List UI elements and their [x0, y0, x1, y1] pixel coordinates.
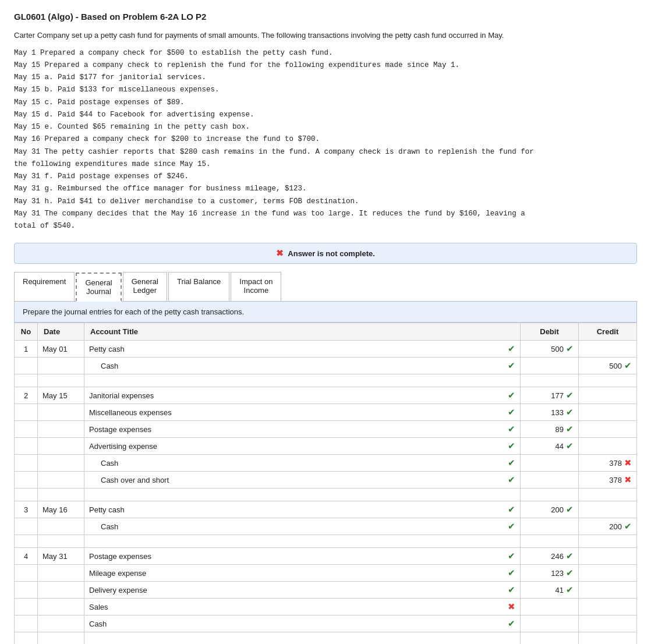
entry-debit[interactable]	[521, 599, 579, 615]
entry-credit[interactable]: 500✔	[579, 358, 637, 374]
entry-account[interactable]: Sales✖	[84, 599, 521, 615]
table-row: Miscellaneous expenses✔133✔	[15, 404, 637, 421]
col-credit: Credit	[579, 323, 637, 341]
intro-text: Carter Company set up a petty cash fund …	[14, 30, 637, 41]
tabs-row: Requirement GeneralJournal GeneralLedger…	[14, 272, 637, 302]
table-row: Cash✔200✔	[15, 518, 637, 535]
tab-general-ledger[interactable]: GeneralLedger	[123, 272, 167, 301]
entry-account[interactable]: Cash✔	[84, 455, 521, 472]
banner-icon: ✖	[276, 248, 284, 258]
entry-credit[interactable]	[579, 404, 637, 421]
entry-credit[interactable]: 378✖	[579, 472, 637, 489]
col-account: Account Title	[84, 323, 521, 341]
table-row: 4May 31Postage expenses✔246✔	[15, 548, 637, 565]
entry-account[interactable]: Miscellaneous expenses✔	[84, 404, 521, 421]
entry-account[interactable]: Postage expenses✔	[84, 421, 521, 438]
table-row: Postage expenses✔89✔	[15, 421, 637, 438]
entry-no	[15, 438, 38, 455]
tab-requirement[interactable]: Requirement	[14, 272, 75, 301]
entry-no	[15, 404, 38, 421]
entry-date: May 16	[38, 501, 84, 518]
col-no: No	[15, 323, 38, 341]
entry-no: 3	[15, 501, 38, 518]
entry-account[interactable]: Delivery expense✔	[84, 582, 521, 599]
entry-account[interactable]: Cash✔	[84, 518, 521, 535]
entry-debit[interactable]	[521, 358, 579, 374]
entry-date	[38, 518, 84, 535]
entry-credit[interactable]	[579, 438, 637, 455]
entry-no	[15, 615, 38, 632]
spacer-row	[15, 374, 637, 387]
entry-account[interactable]: Postage expenses✔	[84, 548, 521, 565]
entry-debit[interactable]	[521, 455, 579, 472]
entry-no	[15, 421, 38, 438]
entry-date	[38, 404, 84, 421]
entry-credit[interactable]	[579, 565, 637, 582]
entry-debit[interactable]: 200✔	[521, 501, 579, 518]
entry-credit[interactable]	[579, 615, 637, 632]
table-row: 2May 15Janitorial expenses✔177✔	[15, 387, 637, 404]
entry-debit[interactable]: 44✔	[521, 438, 579, 455]
entry-account[interactable]: Janitorial expenses✔	[84, 387, 521, 404]
entry-no	[15, 472, 38, 489]
entry-debit[interactable]: 89✔	[521, 421, 579, 438]
col-debit: Debit	[521, 323, 579, 341]
entry-credit[interactable]	[579, 387, 637, 404]
table-row: Mileage expense✔123✔	[15, 565, 637, 582]
entry-no	[15, 518, 38, 535]
entry-account[interactable]: Cash✔	[84, 358, 521, 374]
entry-debit[interactable]	[521, 518, 579, 535]
entry-date	[38, 599, 84, 615]
entry-debit[interactable]: 500✔	[521, 341, 579, 358]
entry-account[interactable]: Mileage expense✔	[84, 565, 521, 582]
table-row: 3May 16Petty cash✔200✔	[15, 501, 637, 518]
entry-credit[interactable]: 200✔	[579, 518, 637, 535]
entry-debit[interactable]: 123✔	[521, 565, 579, 582]
entry-date	[38, 582, 84, 599]
entry-credit[interactable]	[579, 341, 637, 358]
banner-text: Answer is not complete.	[288, 249, 375, 258]
table-row: Delivery expense✔41✔	[15, 582, 637, 599]
transactions-block: May 1 Prepared a company check for $500 …	[14, 47, 637, 233]
entry-account[interactable]: Petty cash✔	[84, 501, 521, 518]
entry-date	[38, 438, 84, 455]
entry-no: 2	[15, 387, 38, 404]
entry-no	[15, 565, 38, 582]
entry-credit[interactable]	[579, 501, 637, 518]
entry-debit[interactable]: 133✔	[521, 404, 579, 421]
entry-date	[38, 358, 84, 374]
entry-no: 4	[15, 548, 38, 565]
tab-trial-balance[interactable]: Trial Balance	[168, 272, 229, 301]
spacer-row	[15, 535, 637, 548]
entry-debit[interactable]: 246✔	[521, 548, 579, 565]
entry-credit[interactable]: 378✖	[579, 455, 637, 472]
entry-credit[interactable]	[579, 599, 637, 615]
entry-account[interactable]: Advertising expense✔	[84, 438, 521, 455]
table-row: Sales✖	[15, 599, 637, 615]
entry-date	[38, 565, 84, 582]
table-row: Cash over and short✔378✖	[15, 472, 637, 489]
entry-credit[interactable]	[579, 548, 637, 565]
entry-no	[15, 358, 38, 374]
entry-no	[15, 455, 38, 472]
entry-debit[interactable]: 177✔	[521, 387, 579, 404]
answer-banner: ✖ Answer is not complete.	[14, 243, 637, 264]
entry-account[interactable]: Petty cash✔	[84, 341, 521, 358]
table-row: 1May 01Petty cash✔500✔	[15, 341, 637, 358]
entry-date: May 15	[38, 387, 84, 404]
entry-account[interactable]: Cash✔	[84, 615, 521, 632]
entry-date: May 31	[38, 548, 84, 565]
tab-general-journal[interactable]: GeneralJournal	[76, 273, 121, 302]
col-date: Date	[38, 323, 84, 341]
tab-impact-on-income[interactable]: Impact onIncome	[231, 272, 281, 301]
entry-date	[38, 472, 84, 489]
entry-no	[15, 599, 38, 615]
journal-table: No Date Account Title Debit Credit 1May …	[14, 323, 637, 644]
entry-debit[interactable]: 41✔	[521, 582, 579, 599]
table-row: Cash✔378✖	[15, 455, 637, 472]
entry-credit[interactable]	[579, 421, 637, 438]
entry-account[interactable]: Cash over and short✔	[84, 472, 521, 489]
entry-credit[interactable]	[579, 582, 637, 599]
entry-debit[interactable]	[521, 472, 579, 489]
entry-debit[interactable]	[521, 615, 579, 632]
